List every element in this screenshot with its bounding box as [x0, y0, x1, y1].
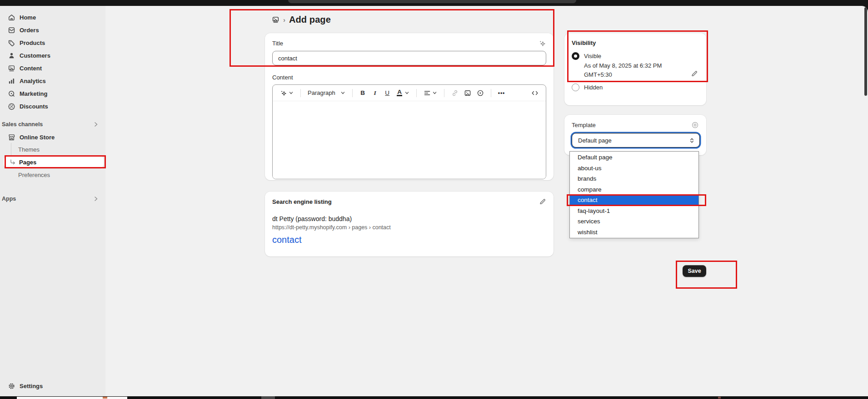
- template-card: Template Default page: [564, 115, 706, 155]
- template-selected-value: Default page: [578, 137, 612, 144]
- sidebar-item-customers[interactable]: Customers: [0, 49, 105, 62]
- sidebar-item-pages[interactable]: Pages: [0, 156, 105, 168]
- eye-icon[interactable]: [691, 121, 699, 129]
- products-icon: [8, 39, 15, 47]
- visibility-card: Visibility Visible As of May 8, 2025 at …: [564, 33, 706, 105]
- chevron-right-icon: [93, 196, 99, 202]
- text-color-button[interactable]: A: [394, 88, 411, 98]
- main-content: › Add page Title Content Paragraph: [105, 6, 868, 396]
- home-icon: [8, 14, 15, 21]
- toolbar-divider: [491, 89, 491, 97]
- visible-radio-row[interactable]: Visible: [572, 52, 699, 60]
- dropdown-option[interactable]: brands: [570, 173, 698, 184]
- magic-sparkle-icon[interactable]: [539, 39, 546, 47]
- underline-button[interactable]: U: [382, 88, 393, 98]
- editor-text-area[interactable]: [273, 101, 546, 179]
- chevron-down-icon: [289, 90, 294, 95]
- store-icon: [8, 133, 15, 141]
- code-icon: [531, 89, 539, 97]
- visible-label: Visible: [584, 53, 601, 59]
- sidebar-item-marketing[interactable]: Marketing: [0, 87, 105, 100]
- toolbar-divider: [352, 89, 353, 97]
- title-input[interactable]: [272, 51, 546, 65]
- save-button[interactable]: Save: [683, 265, 706, 277]
- taskbar-orange-marker: [103, 397, 107, 399]
- edit-pencil-icon[interactable]: [691, 70, 698, 77]
- insert-video-button[interactable]: [475, 88, 486, 98]
- sidebar-item-preferences[interactable]: Preferences: [0, 169, 105, 181]
- orders-icon: [8, 26, 15, 34]
- bottom-taskbar-strip: [0, 396, 868, 399]
- gear-icon: [8, 382, 15, 390]
- sidebar-item-label: Products: [20, 39, 45, 46]
- paragraph-style-button[interactable]: Paragraph: [306, 88, 347, 98]
- dropdown-option[interactable]: compare: [570, 184, 698, 195]
- sidebar-item-themes[interactable]: Themes: [0, 143, 105, 156]
- taskbar-red-dot: [718, 397, 721, 399]
- sidebar-item-label: Pages: [19, 159, 36, 166]
- breadcrumb-separator: ›: [283, 16, 285, 24]
- sidebar-item-orders[interactable]: Orders: [0, 24, 105, 36]
- hidden-radio-row[interactable]: Hidden: [572, 84, 699, 91]
- vertical-scrollbar[interactable]: [864, 7, 867, 96]
- toolbar-divider: [300, 89, 301, 97]
- radio-selected-icon[interactable]: [572, 52, 579, 60]
- sidebar-item-label: Customers: [20, 52, 50, 59]
- italic-icon: I: [372, 89, 379, 97]
- page-form-card: Title Content Paragraph B: [265, 33, 554, 180]
- template-select[interactable]: Default page: [572, 133, 700, 148]
- insert-image-button[interactable]: [462, 88, 473, 98]
- chevron-down-icon: [432, 90, 437, 95]
- shopify-admin-window: Home Orders Products Customers Content A…: [0, 6, 868, 396]
- dropdown-option[interactable]: wishlist: [570, 227, 698, 238]
- ai-assist-button[interactable]: [278, 88, 295, 98]
- visibility-heading: Visibility: [572, 39, 699, 46]
- taskbar-gray-segment: [261, 396, 275, 399]
- hidden-label: Hidden: [584, 84, 603, 91]
- more-icon: •••: [498, 90, 505, 96]
- chevron-down-icon: [404, 90, 409, 95]
- dropdown-option[interactable]: services: [570, 216, 698, 227]
- sidebar-item-analytics[interactable]: Analytics: [0, 74, 105, 87]
- alignment-button[interactable]: [422, 88, 439, 98]
- content-icon[interactable]: [272, 16, 279, 24]
- dropdown-option[interactable]: about-us: [570, 163, 698, 174]
- top-bar-notch: [288, 0, 576, 3]
- sidebar-item-home[interactable]: Home: [0, 11, 105, 24]
- text-color-icon: A: [396, 89, 403, 96]
- bold-button[interactable]: B: [358, 88, 368, 98]
- marketing-icon: [8, 90, 15, 98]
- dropdown-option[interactable]: faq-layout-1: [570, 206, 698, 217]
- sidebar-item-products[interactable]: Products: [0, 36, 105, 49]
- browser-top-bar: [0, 0, 868, 6]
- dropdown-option[interactable]: Default page: [570, 152, 698, 163]
- toolbar-divider: [444, 89, 444, 97]
- editor-toolbar: Paragraph B I U A: [273, 85, 546, 101]
- customers-icon: [8, 52, 15, 59]
- dropdown-option-highlighted[interactable]: contact: [570, 195, 698, 206]
- edit-pencil-icon[interactable]: [539, 198, 546, 205]
- template-dropdown-list: Default page about-us brands compare con…: [569, 151, 699, 238]
- sidebar-item-settings[interactable]: Settings: [0, 379, 105, 392]
- chevron-right-icon: [93, 121, 99, 128]
- sidebar-item-label: Settings: [20, 383, 43, 389]
- more-options-button[interactable]: •••: [496, 89, 507, 98]
- schedule-line2: GMT+5:30: [584, 70, 682, 79]
- italic-button[interactable]: I: [370, 88, 380, 98]
- sidebar-section-sales-channels[interactable]: Sales channels: [0, 119, 105, 129]
- code-view-button[interactable]: [529, 88, 540, 98]
- align-left-icon: [424, 89, 431, 97]
- rich-text-editor: Paragraph B I U A: [272, 84, 546, 179]
- sidebar-item-content[interactable]: Content: [0, 62, 105, 74]
- sidebar-item-label: Preferences: [18, 172, 50, 178]
- sidebar-section-apps[interactable]: Apps: [0, 194, 105, 204]
- toolbar-divider: [416, 89, 417, 97]
- seo-card: Search engine listing dt Petty (password…: [265, 192, 554, 256]
- radio-unselected-icon[interactable]: [572, 84, 579, 91]
- bold-icon: B: [359, 89, 366, 96]
- sidebar-item-online-store[interactable]: Online Store: [0, 131, 105, 143]
- play-circle-icon: [477, 89, 484, 97]
- sidebar: Home Orders Products Customers Content A…: [0, 6, 105, 396]
- sidebar-item-discounts[interactable]: Discounts: [0, 100, 105, 113]
- insert-link-button[interactable]: [449, 88, 460, 98]
